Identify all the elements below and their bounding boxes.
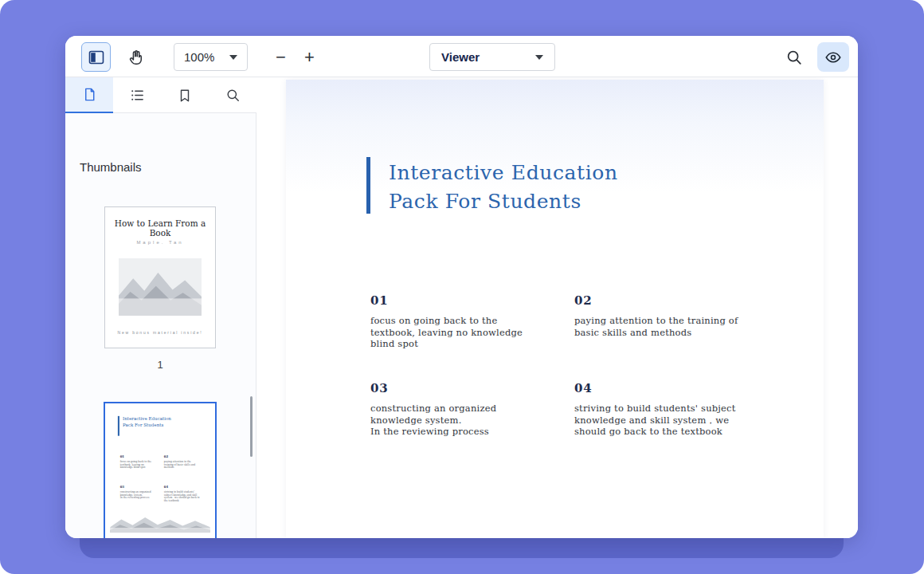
- sidebar-panel: Thumbnails How to Learn From a Book Mapl…: [65, 77, 256, 538]
- tab-bookmarks[interactable]: [161, 77, 209, 113]
- mini-title-line2: Pack For Students: [123, 423, 163, 428]
- zoom-level-select[interactable]: 100%: [174, 43, 248, 71]
- tab-outline[interactable]: [113, 77, 161, 113]
- mini-title-line1: Interactive Education: [123, 416, 171, 422]
- mode-select[interactable]: Viewer: [429, 43, 555, 71]
- mini-mountain-image: [110, 513, 210, 533]
- bookmark-icon: [178, 88, 192, 103]
- thumb1-book-title: How to Learn From a Book: [105, 218, 215, 238]
- mode-select-value: Viewer: [441, 50, 480, 64]
- doc-item-04-text: striving to build students' subject know…: [574, 403, 756, 438]
- search-button[interactable]: [779, 42, 808, 72]
- preview-eye-button[interactable]: [817, 42, 849, 72]
- hand-tool-button[interactable]: [121, 42, 151, 72]
- doc-item-03-number: 03: [370, 381, 534, 395]
- title-accent-bar: [366, 157, 370, 214]
- hand-icon: [127, 49, 144, 65]
- doc-item-02-number: 02: [574, 293, 748, 308]
- search-icon: [225, 88, 241, 103]
- panel-title: Thumbnails: [80, 160, 142, 174]
- zoom-in-button[interactable]: +: [295, 42, 324, 72]
- zoom-level-value: 100%: [184, 50, 214, 64]
- doc-item-01-text: focus on going back to the textbook, lea…: [370, 315, 530, 350]
- document-page-2: Interactive Education Pack For Students …: [286, 80, 824, 538]
- sidebar-scrollbar[interactable]: [250, 396, 253, 457]
- zoom-out-button[interactable]: −: [266, 42, 296, 72]
- thumb1-footer-text: New bonus material inside!: [105, 330, 215, 335]
- eye-icon: [824, 49, 842, 66]
- mini-item-01: 01 focus on going back to the textbook, …: [120, 455, 157, 469]
- mini-doc-title: Interactive Education Pack For Students: [123, 415, 172, 429]
- sidebar-layout-icon: [88, 49, 104, 65]
- plus-icon: +: [304, 47, 315, 68]
- search-icon: [785, 49, 803, 66]
- chevron-down-icon: [535, 55, 543, 60]
- doc-item-01: 01 focus on going back to the textbook, …: [370, 293, 530, 350]
- doc-item-03-text: constructing an organized knowledge syst…: [370, 403, 534, 438]
- page-icon: [82, 87, 97, 102]
- document-title: Interactive Education Pack For Students: [389, 159, 618, 216]
- document-title-line2: Pack For Students: [389, 187, 618, 216]
- doc-item-01-number: 01: [370, 293, 530, 308]
- toolbar: 100% − + Viewer: [65, 36, 858, 77]
- mini-item-04: 04 striving to build students' subject k…: [164, 486, 201, 502]
- mini-item-03: 03 constructing an organized knowledge s…: [120, 486, 157, 499]
- minus-icon: −: [276, 47, 286, 68]
- thumb1-page-number: 1: [104, 359, 216, 371]
- doc-item-02-text: paying attention to the training of basi…: [574, 315, 748, 338]
- thumb1-author: Maple. Tan: [105, 240, 215, 245]
- chevron-down-icon: [229, 55, 237, 60]
- thumbnail-page-1[interactable]: How to Learn From a Book Maple. Tan New …: [104, 206, 216, 348]
- doc-item-04: 04 striving to build students' subject k…: [574, 381, 756, 438]
- tab-search[interactable]: [209, 77, 256, 113]
- document-title-line1: Interactive Education: [389, 159, 618, 187]
- viewer-canvas[interactable]: Interactive Education Pack For Students …: [256, 77, 858, 538]
- list-icon: [130, 88, 145, 103]
- doc-item-04-number: 04: [574, 381, 756, 395]
- tab-thumbnails[interactable]: [65, 77, 113, 113]
- doc-item-02: 02 paying attention to the training of b…: [574, 293, 748, 338]
- sidebar-toggle-button[interactable]: [81, 42, 111, 72]
- mountain-image: [119, 258, 202, 316]
- mini-item-02: 02 paying attention to the training of b…: [164, 455, 201, 469]
- mini-accent-bar: [118, 416, 119, 436]
- pdf-viewer-window: 100% − + Viewer: [65, 36, 858, 538]
- thumbnail-page-2-selected[interactable]: Interactive Education Pack For Students …: [104, 402, 217, 538]
- thumb2-mini-page: Interactive Education Pack For Students …: [105, 403, 215, 538]
- sidebar-tabbar: [65, 77, 256, 113]
- doc-item-03: 03 constructing an organized knowledge s…: [370, 381, 534, 438]
